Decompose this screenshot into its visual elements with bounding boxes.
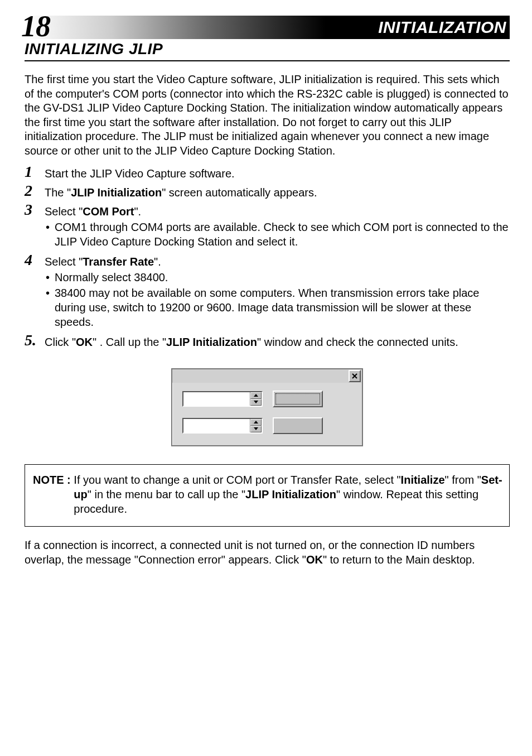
- bold: JLIP Initialization: [71, 186, 162, 199]
- text: ".: [134, 205, 141, 218]
- page-number: 18: [21, 11, 50, 41]
- step-4: 4 Select "Transfer Rate". Normally selec…: [25, 252, 510, 330]
- bold: JLIP Initialization: [166, 336, 257, 348]
- step-2: 2 The "JLIP Initialization" screen autom…: [25, 183, 510, 200]
- bold: Transfer Rate: [83, 256, 154, 268]
- section-title: INITIALIZING JLIP: [25, 40, 510, 61]
- spinner-icon[interactable]: [250, 419, 262, 432]
- text: Click ": [45, 336, 76, 348]
- chevron-down-icon: [254, 427, 258, 430]
- bullet-item: Normally select 38400.: [45, 270, 510, 285]
- note-label: NOTE :: [33, 473, 74, 516]
- note-body: If you want to change a unit or COM port…: [74, 473, 504, 516]
- text: Select ": [45, 256, 83, 268]
- step-text: Click "OK" . Call up the "JLIP Initializ…: [45, 333, 510, 349]
- step-5: 5. Click "OK" . Call up the "JLIP Initia…: [25, 333, 510, 349]
- step-number: 3: [25, 202, 37, 218]
- cancel-button[interactable]: [273, 417, 323, 434]
- text: Select ": [45, 205, 83, 218]
- outro-paragraph: If a connection is incorrect, a connecte…: [25, 538, 510, 567]
- text: " from ": [445, 474, 481, 486]
- text: ".: [154, 256, 161, 268]
- chevron-up-icon: [254, 421, 258, 423]
- header-banner: 18 INITIALIZATION: [25, 16, 510, 39]
- step-number: 4: [25, 252, 37, 268]
- bullet-item: 38400 may not be available on some compu…: [45, 286, 510, 329]
- note-box: NOTE : If you want to change a unit or C…: [25, 464, 510, 527]
- bold: JLIP Initialization: [245, 488, 336, 500]
- text: " to return to the Main desktop.: [323, 553, 475, 566]
- intro-paragraph: The first time you start the Video Captu…: [25, 73, 510, 158]
- bold: OK: [306, 553, 323, 566]
- text: " in the menu bar to call up the ": [88, 488, 245, 500]
- text: If you want to change a unit or COM port…: [74, 474, 400, 486]
- close-icon[interactable]: [349, 370, 361, 382]
- text: " screen automatically appears.: [162, 186, 317, 199]
- bold: COM Port: [83, 205, 134, 218]
- chevron-up-icon: [254, 394, 258, 397]
- text: " window and check the connected units.: [257, 336, 458, 348]
- text: " . Call up the ": [93, 336, 166, 348]
- step-4-bullets: Normally select 38400. 38400 may not be …: [45, 270, 510, 329]
- steps-list: 1 Start the JLIP Video Capture software.…: [25, 164, 510, 349]
- text: The ": [45, 186, 71, 199]
- bullet-item: COM1 through COM4 ports are available. C…: [45, 220, 510, 249]
- step-3: 3 Select "COM Port". COM1 through COM4 p…: [25, 202, 510, 250]
- jlip-initialization-dialog: [171, 368, 363, 446]
- step-1: 1 Start the JLIP Video Capture software.: [25, 164, 510, 181]
- step-text: Start the JLIP Video Capture software.: [45, 164, 510, 181]
- step-text: The "JLIP Initialization" screen automat…: [45, 183, 510, 200]
- step-text: Select "Transfer Rate". Normally select …: [45, 252, 510, 330]
- ok-button[interactable]: [273, 391, 323, 407]
- step-number: 1: [25, 164, 37, 180]
- spinner-icon[interactable]: [250, 392, 262, 406]
- step-text: Select "COM Port". COM1 through COM4 por…: [45, 202, 510, 250]
- step-number: 5.: [25, 333, 37, 348]
- transfer-rate-select[interactable]: [182, 418, 263, 434]
- step-number: 2: [25, 183, 37, 199]
- step-3-bullets: COM1 through COM4 ports are available. C…: [45, 220, 510, 249]
- bold: Initialize: [401, 474, 445, 486]
- chevron-down-icon: [254, 401, 258, 403]
- bold: OK: [76, 336, 93, 348]
- com-port-select[interactable]: [182, 391, 263, 407]
- dialog-titlebar: [172, 369, 362, 383]
- header-title: INITIALIZATION: [378, 16, 506, 39]
